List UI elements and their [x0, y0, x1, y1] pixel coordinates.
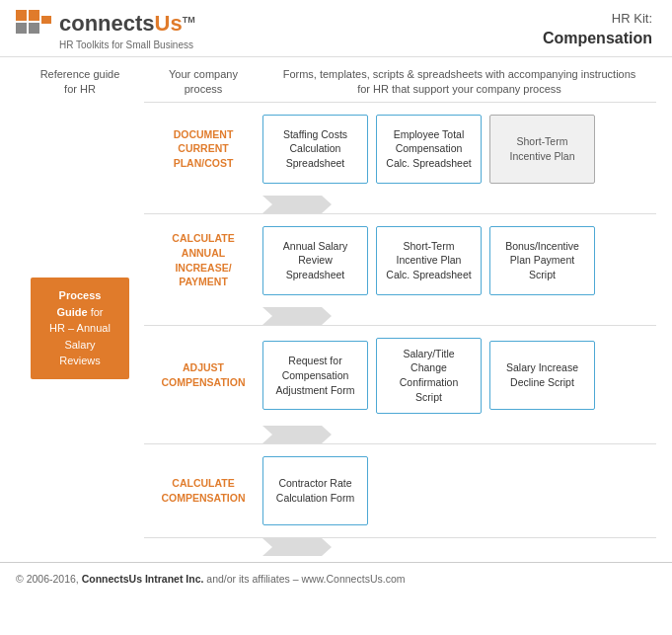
col-header-tools: Forms, templates, scripts & spreadsheets…	[262, 67, 656, 98]
tool-employee-total-comp[interactable]: Employee TotalCompensationCalc. Spreadsh…	[376, 115, 482, 184]
col-header-ref: Reference guidefor HR	[16, 67, 144, 98]
label-col-4: CALCULATECOMPENSATION	[144, 472, 262, 509]
svg-marker-5	[262, 196, 332, 213]
svg-rect-4	[41, 16, 51, 24]
tool-contractor-rate[interactable]: Contractor RateCalculation Form	[262, 456, 368, 525]
logo-text: connectsUsTM	[59, 11, 195, 37]
logo-area: connectsUsTM HR Toolkits for Small Busin…	[16, 10, 195, 50]
rows-area: DOCUMENT CURRENTPLAN/COST Staffing Costs…	[144, 102, 656, 556]
logo-icon	[16, 10, 51, 38]
label-col-1: DOCUMENT CURRENTPLAN/COST	[144, 123, 262, 175]
label-col-2: CALCULATEANNUAL INCREASE/PAYMENT	[144, 227, 262, 293]
tools-col-1: Staffing CostsCalculationSpreadsheet Emp…	[262, 115, 656, 184]
tool-short-term-incentive-plan[interactable]: Short-TermIncentive Plan	[489, 115, 595, 184]
label-col-3: ADJUSTCOMPENSATION	[144, 357, 262, 393]
process-label-4: CALCULATECOMPENSATION	[152, 476, 255, 505]
svg-marker-6	[262, 307, 332, 325]
svg-marker-8	[262, 538, 332, 556]
tool-annual-salary-review[interactable]: Annual SalaryReviewSpreadsheet	[262, 226, 368, 295]
svg-rect-2	[16, 23, 27, 34]
chevron-1	[144, 196, 656, 213]
footer-text-suffix: and/or its affiliates – www.ConnectsUs.c…	[203, 573, 405, 585]
tools-col-2: Annual SalaryReviewSpreadsheet Short-Ter…	[262, 226, 656, 295]
tools-col-4: Contractor RateCalculation Form	[262, 456, 656, 525]
header-kit: HR Kit: Compensation	[543, 10, 652, 50]
process-guide-box: Process Guide forHR – Annual SalaryRevie…	[31, 278, 129, 379]
logo-top: connectsUsTM	[16, 10, 195, 38]
svg-rect-0	[16, 10, 27, 21]
process-label-3: ADJUSTCOMPENSATION	[152, 360, 255, 389]
logo-tagline: HR Toolkits for Small Business	[59, 40, 195, 50]
process-row-3: ADJUSTCOMPENSATION Request forCompensati…	[144, 325, 656, 426]
chevron-3	[144, 426, 656, 443]
svg-rect-1	[29, 10, 39, 21]
tool-request-compensation[interactable]: Request forCompensationAdjustment Form	[262, 341, 368, 410]
footer-brand: ConnectsUs Intranet Inc.	[82, 573, 204, 585]
process-label-2: CALCULATEANNUAL INCREASE/PAYMENT	[152, 231, 255, 289]
svg-marker-7	[262, 426, 332, 443]
main-content: Process Guide forHR – Annual SalaryRevie…	[0, 102, 672, 556]
col-header-process: Your companyprocess	[144, 67, 262, 98]
column-headers: Reference guidefor HR Your companyproces…	[0, 57, 672, 102]
kit-title: Compensation	[543, 28, 652, 49]
page-header: connectsUsTM HR Toolkits for Small Busin…	[0, 0, 672, 57]
tool-bonus-incentive-payment[interactable]: Bonus/IncentivePlan PaymentScript	[489, 226, 595, 295]
chevron-4	[144, 538, 656, 556]
process-label-1: DOCUMENT CURRENTPLAN/COST	[152, 127, 255, 171]
page-footer: © 2006-2016, ConnectsUs Intranet Inc. an…	[0, 562, 672, 595]
ref-column: Process Guide forHR – Annual SalaryRevie…	[16, 102, 144, 556]
tool-salary-increase-decline[interactable]: Salary IncreaseDecline Script	[489, 341, 595, 410]
chevron-2	[144, 307, 656, 325]
tool-short-term-incentive-calc[interactable]: Short-TermIncentive PlanCalc. Spreadshee…	[376, 226, 482, 295]
process-row-4: CALCULATECOMPENSATION Contractor RateCal…	[144, 443, 656, 538]
tool-staffing-costs[interactable]: Staffing CostsCalculationSpreadsheet	[262, 115, 368, 184]
tools-col-3: Request forCompensationAdjustment Form S…	[262, 338, 656, 414]
process-row-1: DOCUMENT CURRENTPLAN/COST Staffing Costs…	[144, 102, 656, 196]
tool-salary-title-change[interactable]: Salary/TitleChange ConfirmationScript	[376, 338, 482, 414]
kit-label: HR Kit:	[612, 11, 652, 26]
svg-rect-3	[29, 23, 39, 34]
process-row-2: CALCULATEANNUAL INCREASE/PAYMENT Annual …	[144, 213, 656, 307]
footer-text-prefix: © 2006-2016,	[16, 573, 82, 585]
